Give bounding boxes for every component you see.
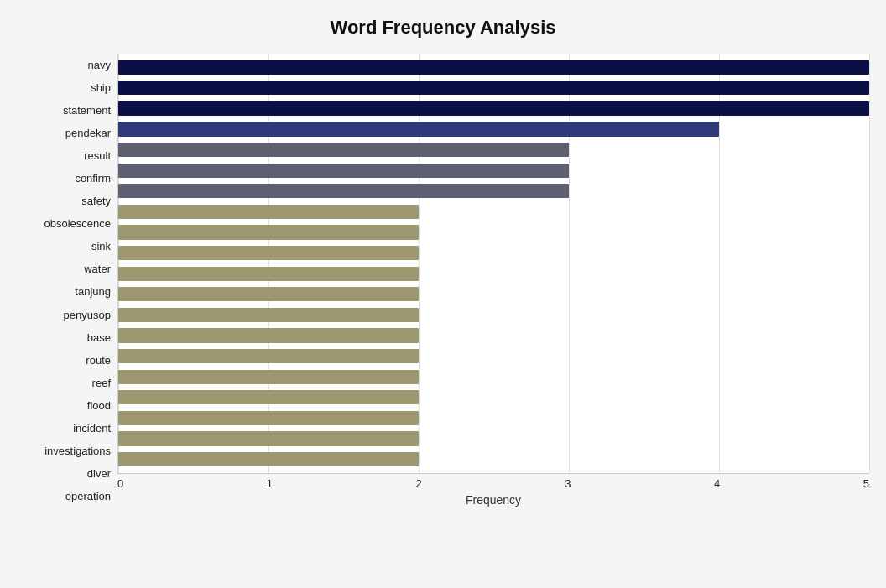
y-label: confirm xyxy=(75,173,111,184)
bar-row xyxy=(118,57,869,78)
y-label: flood xyxy=(87,400,111,411)
chart-area: navyshipstatementpendekarresultconfirmsa… xyxy=(17,54,869,507)
x-tick: 3 xyxy=(565,477,571,490)
grid-line xyxy=(869,54,870,473)
bar-row xyxy=(118,304,869,325)
bar-row xyxy=(118,139,869,160)
bar-row xyxy=(118,242,869,263)
y-label: diver xyxy=(87,468,111,479)
bar xyxy=(118,184,569,198)
bar-row xyxy=(118,181,869,202)
y-label: obsolescence xyxy=(44,218,112,229)
bar xyxy=(118,390,419,404)
bar-row xyxy=(118,346,869,367)
y-label: investigations xyxy=(44,445,111,456)
bar xyxy=(118,143,569,157)
bars-list xyxy=(118,54,869,473)
bar-row xyxy=(118,98,869,119)
y-label: ship xyxy=(91,82,111,93)
y-label: safety xyxy=(81,195,111,206)
bar xyxy=(118,246,419,260)
bar xyxy=(118,267,419,281)
bar xyxy=(118,60,869,75)
bar-row xyxy=(118,408,869,429)
bar xyxy=(118,349,419,363)
x-axis-label: Frequency xyxy=(117,493,869,507)
bar-row xyxy=(118,284,869,305)
bar-row xyxy=(118,429,869,450)
bars-and-xaxis: 012345 Frequency xyxy=(117,54,869,507)
chart-container: Word Frequency Analysis navyshipstatemen… xyxy=(0,0,886,588)
bar-row xyxy=(118,119,869,140)
y-label: incident xyxy=(73,423,111,434)
bar-row xyxy=(118,325,869,346)
bar xyxy=(118,411,419,425)
y-label: route xyxy=(86,355,111,366)
bar-row xyxy=(118,160,869,181)
y-label: result xyxy=(84,150,111,161)
bar xyxy=(118,164,569,178)
y-label: reef xyxy=(92,377,111,388)
bar xyxy=(118,370,419,384)
x-tick: 0 xyxy=(117,477,123,490)
bar xyxy=(118,431,419,445)
bar-row xyxy=(118,388,869,408)
bars-area xyxy=(117,54,869,474)
y-label: statement xyxy=(63,105,111,116)
bar-row xyxy=(118,449,869,470)
x-axis: 012345 Frequency xyxy=(117,474,869,507)
y-axis: navyshipstatementpendekarresultconfirmsa… xyxy=(17,54,117,507)
bar xyxy=(118,287,419,301)
bar xyxy=(118,81,869,95)
y-label: navy xyxy=(88,60,111,70)
bar xyxy=(118,452,419,466)
x-tick: 2 xyxy=(416,477,422,490)
bar xyxy=(118,122,719,136)
y-label: sink xyxy=(91,241,111,252)
x-tick: 1 xyxy=(267,477,273,490)
y-label: base xyxy=(87,332,111,343)
bar xyxy=(118,205,419,219)
x-tick: 4 xyxy=(714,477,720,490)
bar xyxy=(118,101,869,116)
bar xyxy=(118,328,419,342)
x-ticks: 012345 xyxy=(117,474,869,490)
y-label: operation xyxy=(65,491,111,502)
bar xyxy=(118,225,419,239)
chart-title: Word Frequency Analysis xyxy=(17,17,869,39)
bar-row xyxy=(118,263,869,284)
bar-row xyxy=(118,201,869,222)
bar-row xyxy=(118,222,869,243)
y-label: pendekar xyxy=(65,127,111,138)
x-tick: 5 xyxy=(863,477,869,490)
bar-row xyxy=(118,78,869,99)
bar xyxy=(118,308,419,322)
y-label: water xyxy=(84,263,111,274)
bar-row xyxy=(118,367,869,388)
y-label: penyusop xyxy=(64,310,111,320)
y-label: tanjung xyxy=(75,286,111,297)
